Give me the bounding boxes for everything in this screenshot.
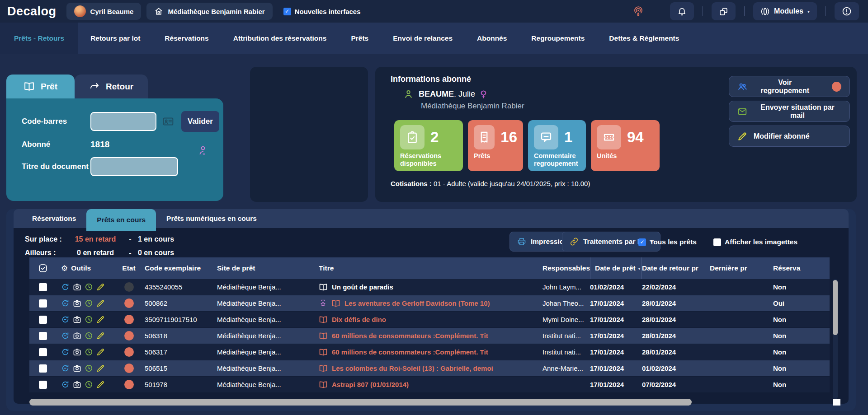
- header-loan-date[interactable]: Date de prêt ▾: [590, 257, 642, 279]
- member-action-button[interactable]: Modifier abonné: [729, 126, 850, 147]
- modules-button[interactable]: Modules ▾: [753, 2, 817, 20]
- renew-loan-icon[interactable]: [61, 299, 70, 308]
- checkbox-checked-icon[interactable]: ✓: [283, 8, 291, 15]
- loans-tab[interactable]: Prêts numériques en cours: [156, 209, 267, 228]
- table-row[interactable]: 501978 Médiathèque Benja... Astrapi 807 …: [29, 377, 830, 393]
- document-title[interactable]: Astrapi 807 (01/01/2014): [332, 381, 409, 388]
- table-row[interactable]: 506515 Médiathèque Benja... Les colombes…: [29, 360, 830, 377]
- renew-loan-icon[interactable]: [61, 331, 70, 340]
- broadcast-icon[interactable]: [633, 6, 644, 17]
- help-button[interactable]: [835, 2, 859, 20]
- row-checkbox[interactable]: [39, 348, 47, 356]
- edit-pencil-icon[interactable]: [96, 315, 105, 324]
- tab-retour[interactable]: Retour: [75, 75, 148, 98]
- edit-pencil-icon[interactable]: [96, 331, 105, 340]
- renew-loan-icon[interactable]: [61, 364, 70, 373]
- camera-icon[interactable]: [73, 380, 81, 389]
- edit-pencil-icon[interactable]: [96, 348, 105, 356]
- thumbnails-filter[interactable]: Afficher les imagettes: [713, 238, 797, 246]
- doc-title-input[interactable]: [90, 157, 178, 176]
- notifications-button[interactable]: [670, 2, 694, 20]
- edit-pencil-icon[interactable]: [96, 380, 105, 389]
- camera-icon[interactable]: [73, 299, 81, 308]
- vertical-scrollbar-thumb[interactable]: [833, 280, 838, 335]
- document-title[interactable]: Un goût de paradis: [332, 283, 393, 291]
- vertical-scrollbar[interactable]: [833, 279, 838, 399]
- row-checkbox[interactable]: [39, 299, 47, 308]
- select-all-checkbox[interactable]: [29, 263, 57, 273]
- header-state[interactable]: Etat: [113, 264, 145, 272]
- header-responsible[interactable]: Responsables: [542, 264, 590, 272]
- header-site[interactable]: Site de prêt: [217, 264, 319, 272]
- history-clock-icon[interactable]: [85, 283, 93, 291]
- horizontal-scrollbar-thumb[interactable]: [29, 399, 692, 406]
- renew-loan-icon[interactable]: [61, 380, 70, 389]
- current-user-button[interactable]: Cyril Beaume: [66, 3, 142, 20]
- member-search-icon[interactable]: [197, 145, 209, 156]
- camera-icon[interactable]: [73, 331, 81, 340]
- camera-icon[interactable]: [73, 364, 81, 373]
- history-clock-icon[interactable]: [85, 331, 93, 340]
- nav-tab[interactable]: Réservations: [152, 23, 221, 54]
- history-clock-icon[interactable]: [85, 299, 93, 308]
- table-row[interactable]: 506317 Médiathèque Benja... 60 millions …: [29, 344, 830, 360]
- document-title[interactable]: 60 millions de consommateurs :Complément…: [332, 332, 488, 340]
- header-last-renewal[interactable]: Dernière pr: [710, 264, 773, 272]
- document-title[interactable]: 60 millions de consommateurs :Complément…: [332, 348, 488, 356]
- nav-tab[interactable]: Retours par lot: [78, 23, 152, 54]
- camera-icon[interactable]: [73, 283, 81, 291]
- nav-tab[interactable]: Dettes & Règlements: [597, 23, 691, 54]
- document-title[interactable]: Les aventures de Gerloff Davidson (Tome …: [344, 299, 490, 307]
- header-return-date[interactable]: Date de retour pr: [642, 264, 710, 272]
- document-title[interactable]: Dix défis de dino: [332, 316, 386, 323]
- edit-pencil-icon[interactable]: [96, 283, 105, 291]
- row-checkbox[interactable]: [39, 364, 47, 373]
- header-reserved[interactable]: Réserva: [773, 264, 830, 272]
- nav-tab[interactable]: Attribution des réservations: [221, 23, 339, 54]
- loans-tab[interactable]: Réservations: [22, 209, 86, 228]
- current-library-button[interactable]: Médiathèque Benjamin Rabier: [146, 3, 272, 20]
- history-clock-icon[interactable]: [85, 364, 93, 373]
- header-code[interactable]: Code exemplaire: [145, 264, 217, 272]
- table-row[interactable]: 500862 Médiathèque Benja... Les aventure…: [29, 295, 830, 312]
- checkbox-checked-icon[interactable]: ✓: [638, 238, 646, 246]
- table-row[interactable]: 506318 Médiathèque Benja... 60 millions …: [29, 328, 830, 344]
- nav-tab[interactable]: Prêts: [339, 23, 381, 54]
- renew-loan-icon[interactable]: [61, 348, 70, 356]
- row-checkbox[interactable]: [39, 316, 47, 324]
- member-action-button[interactable]: Envoyer situation par mail: [729, 101, 850, 122]
- all-loans-filter[interactable]: ✓ Tous les prêts: [638, 238, 697, 246]
- camera-icon[interactable]: [73, 348, 81, 356]
- loans-tab[interactable]: Prêts en cours: [86, 209, 156, 231]
- new-interfaces-toggle[interactable]: ✓ Nouvelles interfaces: [283, 8, 361, 15]
- validate-button[interactable]: Valider: [181, 111, 219, 132]
- row-checkbox[interactable]: [39, 332, 47, 340]
- table-row[interactable]: 4355240055 Médiathèque Benja... Un goût …: [29, 279, 830, 295]
- member-stat-card[interactable]: 1Commentaire regroupement: [528, 120, 586, 171]
- row-checkbox[interactable]: [39, 381, 47, 389]
- nav-tab[interactable]: Envoi de relances: [381, 23, 465, 54]
- history-clock-icon[interactable]: [85, 348, 93, 356]
- barcode-input[interactable]: [90, 112, 156, 131]
- header-tools[interactable]: ⚙ Outils: [57, 264, 113, 273]
- horizontal-scrollbar[interactable]: [29, 399, 830, 406]
- history-clock-icon[interactable]: [85, 315, 93, 324]
- nav-tab[interactable]: Prêts - Retours: [0, 23, 78, 54]
- history-clock-icon[interactable]: [85, 380, 93, 389]
- row-checkbox[interactable]: [39, 283, 47, 291]
- tab-pret[interactable]: Prêt: [6, 75, 75, 98]
- document-title[interactable]: Les colombes du Roi-Soleil (13) : Gabrie…: [332, 364, 493, 372]
- edit-pencil-icon[interactable]: [96, 299, 105, 308]
- id-card-icon[interactable]: [162, 116, 174, 127]
- nav-tab[interactable]: Regroupements: [519, 23, 597, 54]
- member-stat-card[interactable]: 2Réservations disponibles: [394, 120, 463, 171]
- camera-icon[interactable]: [73, 315, 81, 324]
- apps-button[interactable]: [712, 2, 736, 20]
- renew-loan-icon[interactable]: [61, 315, 70, 324]
- edit-pencil-icon[interactable]: [96, 364, 105, 373]
- member-action-button[interactable]: Voir regroupement: [729, 76, 850, 97]
- member-stat-card[interactable]: 16Prêts: [468, 120, 523, 171]
- renew-loan-icon[interactable]: [61, 283, 70, 291]
- nav-tab[interactable]: Abonnés: [465, 23, 519, 54]
- header-title[interactable]: Titre: [319, 264, 542, 272]
